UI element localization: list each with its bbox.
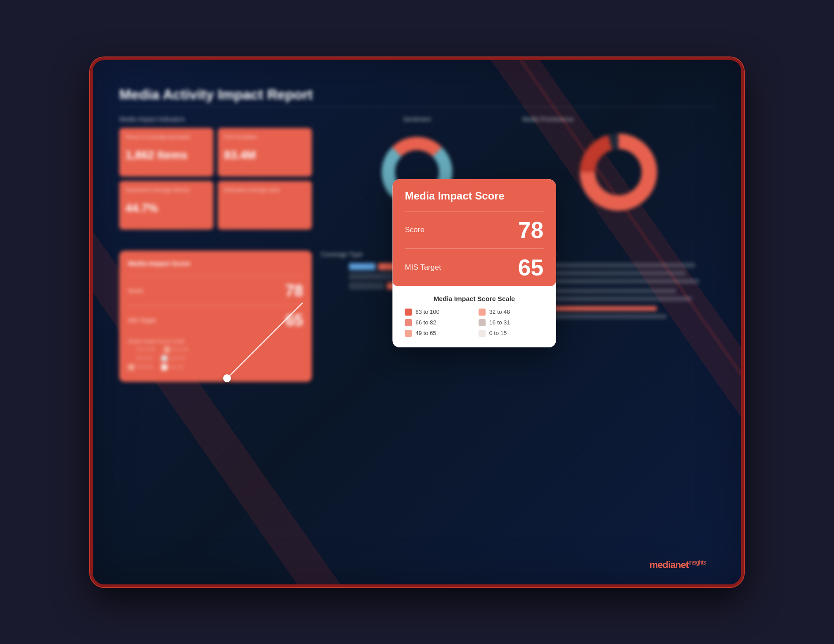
mis-target-value: 65	[285, 311, 303, 330]
report-title: Media Activity Impact Report	[119, 87, 715, 103]
tooltip-header: Media Impact Score	[393, 179, 556, 211]
score-number: 78	[518, 218, 544, 241]
title-divider	[119, 106, 715, 107]
scale-box-4	[479, 309, 486, 316]
prominence-donut	[574, 128, 663, 216]
device-frame: Media Activity Impact Report Media Impac…	[90, 57, 744, 587]
media-impact-score-card: Media Impact Score Score 78 MIS Target 6…	[393, 179, 556, 347]
score-row: Score 78	[405, 211, 544, 249]
indicator-label-2: Print circulation	[224, 134, 306, 139]
mis-score-label: Score	[128, 287, 143, 294]
scale-text-6: 0 to 15	[489, 330, 507, 336]
tooltip-body: Score 78 MIS Target 65	[393, 211, 556, 286]
scale-entry-6: 0 to 15	[479, 330, 544, 337]
scale-entry-1: 83 to 100	[405, 309, 470, 316]
target-number: 65	[518, 256, 544, 279]
indicators-section: Media Impact Indicators Pieces of covera…	[119, 116, 312, 242]
mis-target-row: MIS Target 65	[128, 305, 303, 335]
prominence-title: Media Prominence	[522, 116, 715, 123]
target-label: MIS Target	[405, 263, 441, 272]
scale-entry-3: 49 to 65	[405, 330, 470, 337]
score-label: Score	[405, 226, 425, 234]
mis-card-title: Media Impact Score	[128, 260, 303, 267]
scale-text-3: 49 to 65	[416, 330, 436, 336]
mis-card-background: Media Impact Score Score 78 MIS Target 6…	[119, 251, 312, 382]
mis-scale-bg: Media Impact Score Scale 83 to 100 32 to…	[128, 339, 303, 370]
scale-title: Media Impact Score Scale	[405, 295, 544, 302]
indicator-value-3: 44.7%	[125, 201, 207, 215]
logo-text: medianet	[649, 560, 689, 571]
scale-box-3	[405, 330, 412, 337]
tooltip-title: Media Impact Score	[405, 190, 544, 202]
indicator-label-3: Department message delivery	[125, 187, 207, 192]
indicator-value-2: 83.4M	[224, 148, 306, 162]
indicator-card-3: Department message delivery 44.7%	[119, 181, 213, 230]
scale-text-4: 32 to 48	[489, 309, 510, 315]
medianet-logo: medianetinsights	[649, 559, 706, 571]
mis-score-row: Score 78	[128, 276, 303, 305]
indicator-card-4: Estimated coverage value	[218, 181, 312, 230]
mis-score-value: 78	[285, 282, 303, 300]
scale-box-2	[405, 319, 412, 326]
scale-entry-4: 32 to 48	[479, 309, 544, 316]
scale-entry-2: 66 to 82	[405, 319, 470, 326]
scale-text-1: 83 to 100	[416, 309, 440, 315]
scale-entry-5: 16 to 31	[479, 319, 544, 326]
sentiment-title: Sentiment	[403, 116, 431, 123]
scale-grid: 83 to 100 32 to 48 66 to 82 16 to 31 49 …	[405, 309, 544, 337]
indicator-value-1: 1,862 Items	[125, 148, 207, 162]
indicator-grid: Pieces of coverage generated 1,862 Items…	[119, 128, 312, 230]
indicators-title: Media Impact Indicators	[119, 116, 312, 123]
target-row: MIS Target 65	[405, 249, 544, 286]
scale-box-5	[479, 319, 486, 326]
indicator-card-1: Pieces of coverage generated 1,862 Items	[119, 128, 213, 177]
indicator-label-4: Estimated coverage value	[224, 187, 306, 192]
indicator-card-2: Print circulation 83.4M	[218, 128, 312, 177]
indicator-label-1: Pieces of coverage generated	[125, 134, 207, 139]
scale-box-1	[405, 309, 412, 316]
scale-box-6	[479, 330, 486, 337]
tooltip-scale-section: Media Impact Score Scale 83 to 100 32 to…	[393, 286, 556, 347]
mis-target-label: MIS Target	[128, 317, 156, 324]
scale-text-2: 66 to 82	[416, 319, 436, 326]
scale-text-5: 16 to 31	[489, 319, 510, 326]
logo-suffix: insights	[689, 559, 706, 566]
